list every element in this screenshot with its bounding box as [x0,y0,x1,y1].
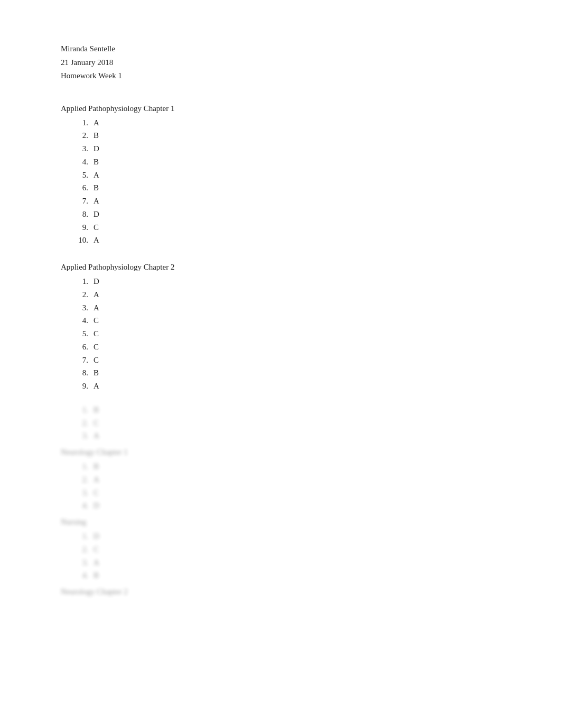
blurred3-title: Neurology Chapter 2 [61,587,500,596]
blurred2-list: 1.D 2.C 3.A 4.B [61,530,500,582]
blurred-item: 4.D [77,499,500,512]
answer-item: 2.B [77,129,500,142]
blurred-item: 2.C [77,543,500,556]
answer-item: 6.B [77,181,500,195]
chapter2-title: Applied Pathophysiology Chapter 2 [61,263,500,272]
answer-item: 8.B [77,366,500,380]
blurred-item: 1.D [77,530,500,543]
answer-item: 1.A [77,116,500,130]
chapter1-block: Applied Pathophysiology Chapter 1 1.A2.B… [61,104,500,247]
blurred-item: 4.B [77,569,500,582]
answer-item: 4.C [77,314,500,327]
answer-item: 2.A [77,288,500,301]
answer-item: 8.D [77,208,500,221]
answer-item: 4.B [77,155,500,169]
homework-label: Homework Week 1 [61,69,500,83]
blurred-stub1: 1.B 2.C 3.A [61,403,500,443]
blurred-item: 2.C [77,417,500,430]
blurred-item: 2.A [77,473,500,486]
chapter2-block: Applied Pathophysiology Chapter 2 1.D2.A… [61,263,500,393]
answer-item: 3.D [77,142,500,155]
answer-item: 7.A [77,195,500,208]
chapter1-answers: 1.A2.B3.D4.B5.A6.B7.A8.D9.C10.A [61,116,500,247]
answer-item: 10.A [77,234,500,247]
student-name: Miranda Sentelle [61,42,500,56]
blurred-item: 1.B [77,403,500,417]
blurred-item: 3.A [77,556,500,569]
answer-item: 1.D [77,275,500,288]
answer-item: 3.A [77,301,500,315]
blurred-section: 1.B 2.C 3.A Neurology Chapter 1 1.B 2.A … [61,403,500,596]
chapter1-title: Applied Pathophysiology Chapter 1 [61,104,500,113]
blurred1-title: Neurology Chapter 1 [61,448,500,457]
blurred-item: 3.C [77,486,500,500]
blurred-item: 1.B [77,460,500,473]
date: 21 January 2018 [61,56,500,70]
answer-item: 6.C [77,340,500,354]
answer-item: 7.C [77,354,500,367]
blurred2-title: Nursing [61,518,500,527]
blurred-item: 3.A [77,429,500,443]
blurred1-list: 1.B 2.A 3.C 4.D [61,460,500,512]
chapter2-answers: 1.D2.A3.A4.C5.C6.C7.C8.B9.A [61,275,500,393]
answer-item: 5.A [77,169,500,182]
header-block: Miranda Sentelle 21 January 2018 Homewor… [61,42,500,83]
answer-item: 5.C [77,327,500,340]
answer-item: 9.A [77,380,500,393]
answer-item: 9.C [77,221,500,234]
